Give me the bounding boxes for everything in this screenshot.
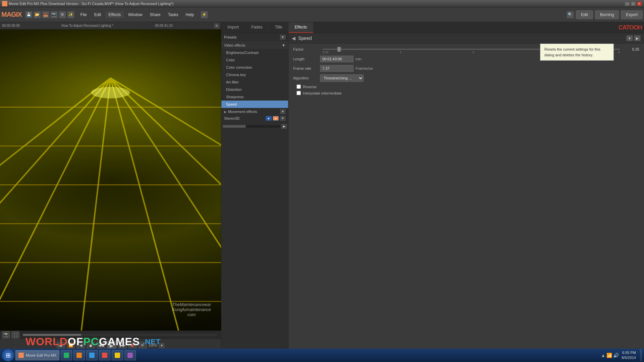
algorithm-select[interactable]: Timestretching ... xyxy=(320,74,364,82)
effect-speed[interactable]: Speed xyxy=(221,101,288,108)
reverse-checkbox[interactable] xyxy=(297,84,301,89)
effect-color-correction[interactable]: Color correction xyxy=(221,64,288,71)
wm-world: WORLD xyxy=(25,336,68,348)
window-controls: ─ □ ✕ xyxy=(625,1,642,6)
tooltip: Resets the current settings for this dia… xyxy=(540,44,614,61)
speed-header: ◀ Speed ▼ ▶ xyxy=(288,33,644,44)
taskbar-app-2[interactable] xyxy=(61,350,72,360)
algorithm-label: Algorithm xyxy=(293,76,320,80)
export-icon2[interactable]: 📤 xyxy=(42,11,49,18)
tab-title[interactable]: Title xyxy=(269,22,288,33)
system-clock[interactable]: 6:55 PM 8/9/2014 xyxy=(622,350,636,361)
capture-icon[interactable]: 📷 xyxy=(50,11,58,18)
sidebar-scroll-right[interactable]: ▶ xyxy=(281,124,287,129)
length-label: Length xyxy=(293,57,320,61)
effect-art-filter[interactable]: Art filter xyxy=(221,78,288,86)
stereo3d-row[interactable]: Stereo3D ■ ■ ▼ xyxy=(221,115,288,122)
effect-color[interactable]: Color xyxy=(221,56,288,64)
framerate-row: Frame rate Frames/se xyxy=(293,65,639,72)
menu-share[interactable]: Share xyxy=(147,11,164,18)
interpolate-label: Interpolate intermediate xyxy=(303,91,342,95)
taskbar-app-3[interactable] xyxy=(73,350,85,360)
effects-tab-bar: Import Fades Title Effects CATOOH xyxy=(221,22,644,33)
stereo3d-btn1[interactable]: ■ xyxy=(266,116,272,121)
extra-tool[interactable]: ⚡ xyxy=(201,11,208,18)
video-effects-header[interactable]: Video effects ▼ xyxy=(221,42,288,49)
reverse-label: Reverse xyxy=(303,85,317,89)
magix-logo: MAGIX xyxy=(1,11,22,18)
sound-tray-icon[interactable]: 🔊 xyxy=(613,353,619,358)
preview-title: How To Adjust Recessed Lighting * xyxy=(61,24,113,27)
save-icon[interactable]: 💾 xyxy=(25,11,33,18)
tooltip-text: Resets the current settings for this dia… xyxy=(544,47,600,57)
movement-dropdown[interactable]: ▼ xyxy=(280,109,285,114)
movement-effects-label: Movement effects xyxy=(228,110,257,114)
speed-settings-panel: ◀ Speed ▼ ▶ Resets the current settings … xyxy=(288,33,644,352)
restore-button[interactable]: □ xyxy=(631,1,636,6)
timecode-total: 00:05:41:10 xyxy=(155,24,173,27)
menu-window[interactable]: Window xyxy=(125,11,146,18)
effect-sharpness[interactable]: Sharpness xyxy=(221,93,288,101)
stereo3d-dropdown[interactable]: ▼ xyxy=(280,116,285,121)
taskbar-app-5[interactable] xyxy=(99,350,110,360)
stereo3d-label: Stereo3D xyxy=(224,116,239,120)
burning-button[interactable]: Burning xyxy=(595,10,619,19)
record-icon[interactable]: ⚙ xyxy=(59,11,66,18)
taskbar-app-7[interactable] xyxy=(124,350,136,360)
show-desktop-btn[interactable] xyxy=(640,349,642,361)
marker-2: 2 xyxy=(473,51,474,54)
video-preview: TheMaintenanceear Kungfumaintenance com xyxy=(0,29,221,330)
close-button[interactable]: ✕ xyxy=(637,1,642,6)
preview-close[interactable]: ✕ xyxy=(214,23,219,28)
movement-arrow-icon: ▶ xyxy=(224,110,227,114)
speed-reset-btn[interactable]: ▶ xyxy=(634,35,641,41)
taskbar-app-4[interactable] xyxy=(86,350,98,360)
menu-help[interactable]: Help xyxy=(182,11,197,18)
window-title: Movie Edit Pro MX Plus Download Version … xyxy=(9,2,625,6)
speed-panel-title: Speed xyxy=(298,36,625,41)
snapshot-btn[interactable]: 📸 xyxy=(2,331,10,339)
export-button[interactable]: Export xyxy=(621,10,643,19)
tab-fades[interactable]: Fades xyxy=(245,22,269,33)
app-icon xyxy=(2,1,7,6)
taskbar-app-icon-3 xyxy=(76,353,82,358)
movement-effects-row[interactable]: ▶ Movement effects ▼ xyxy=(221,108,288,115)
wm-pc: PC xyxy=(83,336,99,348)
open-icon[interactable]: 📂 xyxy=(34,11,41,18)
titlebar: Movie Edit Pro MX Plus Download Version … xyxy=(0,0,644,7)
menu-tasks[interactable]: Tasks xyxy=(165,11,182,18)
fx-icon[interactable]: ✨ xyxy=(67,11,74,18)
marker-4: 4 xyxy=(618,51,620,54)
tab-effects[interactable]: Effects xyxy=(289,22,313,33)
length-input[interactable] xyxy=(320,56,354,62)
taskbar-app-6[interactable] xyxy=(112,350,123,360)
taskbar: ⊞ Movie Edit Pro MX ▲ 📶 🔊 6:55 PM 8/9/20… xyxy=(0,349,644,362)
presets-dropdown[interactable]: ▼ xyxy=(280,35,285,40)
back-nav-icon[interactable]: ◀ xyxy=(292,36,296,41)
start-button[interactable]: ⊞ xyxy=(2,349,14,361)
stereo3d-btn2[interactable]: ■ xyxy=(273,116,279,121)
fullscreen-btn[interactable]: ⛶ xyxy=(11,331,19,339)
menu-edit[interactable]: Edit xyxy=(91,11,105,18)
taskbar-app-icon-4 xyxy=(89,353,95,358)
effect-distortion[interactable]: Distortion xyxy=(221,86,288,93)
network-tray-icon[interactable]: 📶 xyxy=(606,353,612,358)
search-icon[interactable]: 🔍 xyxy=(567,11,574,18)
tab-import[interactable]: Import xyxy=(221,22,245,33)
framerate-input[interactable] xyxy=(320,65,354,72)
minimize-button[interactable]: ─ xyxy=(625,1,630,6)
tray-arrow-icon[interactable]: ▲ xyxy=(601,353,605,358)
tray-icons: ▲ 📶 🔊 xyxy=(601,353,619,358)
length-unit: min xyxy=(356,57,362,61)
menu-file[interactable]: File xyxy=(77,11,90,18)
taskbar-app-label-magix: Movie Edit Pro MX xyxy=(26,353,56,357)
speed-dropdown-btn[interactable]: ▼ xyxy=(626,35,633,41)
menu-effects[interactable]: Effects xyxy=(105,11,124,18)
taskbar-app-magix[interactable]: Movie Edit Pro MX xyxy=(15,350,59,360)
menubar: MAGIX 💾 📂 📤 📷 ⚙ ✨ File Edit Effects Wind… xyxy=(0,7,644,22)
video-effects-section: Video effects ▼ Brightness/Contrast Colo… xyxy=(221,42,288,108)
interpolate-checkbox[interactable] xyxy=(297,91,301,95)
edit-mode-button[interactable]: Edit xyxy=(576,10,593,19)
effect-brightness[interactable]: Brightness/Contrast xyxy=(221,49,288,56)
effect-chroma-key[interactable]: Chroma key xyxy=(221,71,288,78)
